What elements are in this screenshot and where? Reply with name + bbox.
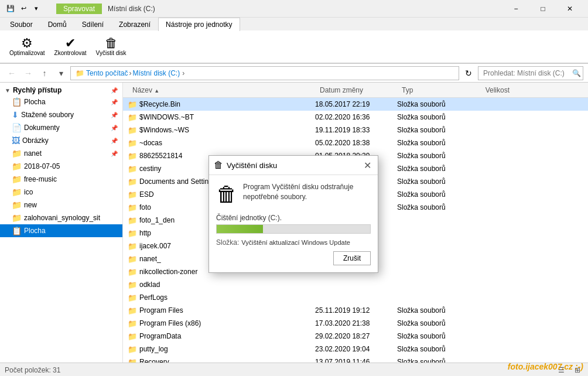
col-header-name[interactable]: Název ▲ [128, 84, 315, 97]
stazene-label: Stažené soubory [21, 111, 74, 119]
table-row[interactable]: 📁 http [123, 227, 588, 240]
quick-access-header[interactable]: ▼ Rychlý přístup 📌 [0, 85, 122, 95]
tab-nastroje[interactable]: Nástroje pro jednotky [158, 18, 240, 31]
path-sep1: › [129, 69, 132, 77]
quick-access-section: ▼ Rychlý přístup 📌 📋 Plocha 📌 ⬇ Stažené … [0, 85, 122, 237]
table-row[interactable]: 📁 $Windows.~WS 19.11.2019 18:33 Složka s… [123, 124, 588, 136]
up-button[interactable]: ↑ [37, 66, 52, 80]
title-bar-title: Spravovat Místní disk (C:) [45, 5, 167, 13]
search-input[interactable] [478, 66, 583, 80]
optimize-label: Optimalizovat [9, 50, 45, 56]
cell-type: Složka souborů [397, 177, 467, 186]
cell-type: Složka souborů [397, 113, 467, 121]
tab-sdileni[interactable]: Sdílení [74, 18, 111, 30]
cell-type: Složka souborů [397, 358, 467, 363]
table-row[interactable]: 📁 nanet_ [123, 252, 588, 265]
cell-type: Složka souborů [397, 203, 467, 211]
table-row[interactable]: 📁 $WINDOWS.~BT 02.02.2020 16:36 Složka s… [123, 111, 588, 124]
sidebar-item-nanet[interactable]: 📁 nanet 📌 [0, 147, 122, 160]
sidebar-item-plocha2[interactable]: 📋 Plocha [0, 224, 122, 237]
col-sort-arrow: ▲ [154, 88, 159, 94]
col-header-date[interactable]: Datum změny [315, 84, 397, 97]
forward-button[interactable]: → [21, 66, 35, 80]
recent-locations-button[interactable]: ▾ [54, 66, 68, 80]
table-row[interactable]: 📁 Documents and Settings 11.05.2017 20:0… [123, 175, 588, 188]
tab-zobrazeni[interactable]: Zobrazení [111, 18, 158, 30]
optimize-icon: ⚙ [21, 37, 33, 50]
file-area: Název ▲ Datum změny Typ Velikost 📁 $Recy… [123, 83, 588, 363]
refresh-button[interactable]: ↻ [461, 66, 476, 80]
zalohovani-icon: 📁 [12, 213, 22, 223]
sidebar-item-new[interactable]: 📁 new [0, 199, 122, 211]
file-icon: 📁 [128, 190, 137, 199]
stazene-icon: ⬇ [12, 110, 19, 119]
obrazky-icon: 🖼 [12, 136, 20, 145]
undo-icon[interactable]: ↩ [18, 3, 29, 15]
table-row[interactable]: 📁 cestiny 19.04.2019 13:58 Složka soubor… [123, 162, 588, 175]
cell-date: 25.11.2019 19:12 [315, 306, 397, 315]
cell-date: 19.11.2019 19:18 [315, 190, 397, 199]
ribbon-check-btn[interactable]: ✔ Zkontrolovat [50, 35, 91, 59]
path-computer[interactable]: 📁 Tento počítač [76, 69, 128, 77]
dropdown-icon[interactable]: ▾ [30, 3, 42, 15]
path-drive[interactable]: Místní disk (C:) [133, 69, 180, 77]
sidebar-item-obrazky[interactable]: 🖼 Obrázky 📌 [0, 134, 122, 147]
dokumenty-icon: 📄 [12, 123, 22, 132]
table-row[interactable]: 📁 ProgramData 29.02.2020 18:27 Složka so… [123, 330, 588, 343]
file-name: $Windows.~WS [139, 126, 189, 134]
table-row[interactable]: 📁 $Recycle.Bin 18.05.2017 22:19 Složka s… [123, 98, 588, 111]
maximize-button[interactable]: □ [529, 0, 556, 18]
sidebar-item-freemusic[interactable]: 📁 free-music [0, 173, 122, 186]
ribbon-optimize-btn[interactable]: ⚙ Optimalizovat [5, 35, 50, 59]
ribbon-cleanup-btn[interactable]: 🗑 Vyčistit disk [91, 35, 131, 59]
back-button[interactable]: ← [5, 66, 19, 80]
table-row[interactable]: 📁 PerfLogs [123, 291, 588, 304]
address-path[interactable]: 📁 Tento počítač › Místní disk (C:) › [70, 66, 459, 80]
table-row[interactable]: 📁 foto 24.02.2020 20:20 Složka souborů [123, 201, 588, 214]
sidebar-item-dokumenty[interactable]: 📄 Dokumenty 📌 [0, 121, 122, 134]
table-row[interactable]: 📁 ijacek.007 [123, 240, 588, 252]
cell-date: 17.03.2020 21:38 [315, 319, 397, 327]
table-row[interactable]: 📁 foto_1_den [123, 214, 588, 227]
table-row[interactable]: 📁 nikcollection-zoner [123, 265, 588, 278]
table-row[interactable]: 📁 88625521814 01.05.2018 20:39 Složka so… [123, 149, 588, 162]
table-row[interactable]: 📁 odklad [123, 278, 588, 291]
sidebar-item-stazene[interactable]: ⬇ Stažené soubory 📌 [0, 108, 122, 121]
toolbar-quick-icons: 💾 ↩ ▾ [5, 3, 42, 15]
manage-tab[interactable]: Spravovat [56, 4, 102, 14]
sidebar-item-ico[interactable]: 📁 ico [0, 186, 122, 199]
col-size-label: Velikost [486, 86, 510, 94]
table-row[interactable]: 📁 ESD 19.11.2019 19:18 Složka souborů [123, 188, 588, 201]
table-row[interactable]: 📁 Program Files 25.11.2019 19:12 Složka … [123, 304, 588, 317]
tab-soubor[interactable]: Soubor [2, 18, 40, 30]
path-chevron[interactable]: › [182, 69, 184, 77]
col-header-type[interactable]: Typ [397, 84, 467, 97]
sidebar-item-2018[interactable]: 📁 2018-07-05 [0, 160, 122, 173]
col-header-size[interactable]: Velikost [467, 84, 514, 97]
sidebar-item-zalohovani[interactable]: 📁 zalohovani_synology_sit [0, 211, 122, 224]
table-row[interactable]: 📁 ~docas 05.02.2020 18:38 Složka souborů [123, 136, 588, 149]
tab-domu[interactable]: Domů [40, 18, 74, 30]
cell-name: 📁 PerfLogs [128, 293, 315, 302]
window-title: Místní disk (C:) [108, 5, 155, 13]
freemusic-icon: 📁 [12, 175, 22, 184]
file-name: $WINDOWS.~BT [139, 113, 194, 121]
table-row[interactable]: 📁 putty_log 23.02.2020 19:04 Složka soub… [123, 343, 588, 356]
save-icon[interactable]: 💾 [5, 3, 16, 15]
file-icon: 📁 [128, 345, 137, 354]
sidebar-item-plocha[interactable]: 📋 Plocha 📌 [0, 95, 122, 108]
cleanup-label: Vyčistit disk [96, 50, 127, 56]
minimize-button[interactable]: − [502, 0, 529, 18]
file-list: 📁 $Recycle.Bin 18.05.2017 22:19 Složka s… [123, 98, 588, 363]
zalohovani-label: zalohovani_synology_sit [24, 214, 100, 222]
close-button[interactable]: ✕ [556, 0, 583, 18]
file-name: Documents and Settings [139, 177, 216, 186]
cell-type: Složka souborů [397, 319, 467, 327]
file-name: cestiny [139, 165, 161, 173]
cell-name: 📁 $WINDOWS.~BT [128, 113, 315, 122]
cell-date: 13.07.2019 11:46 [315, 358, 397, 363]
ribbon-tabs: Soubor Domů Sdílení Zobrazení Nástroje p… [0, 18, 588, 30]
table-row[interactable]: 📁 Program Files (x86) 17.03.2020 21:38 S… [123, 317, 588, 330]
quick-access-label: Rychlý přístup [13, 86, 61, 94]
title-bar-left: 💾 ↩ ▾ Spravovat Místní disk (C:) [5, 3, 502, 15]
